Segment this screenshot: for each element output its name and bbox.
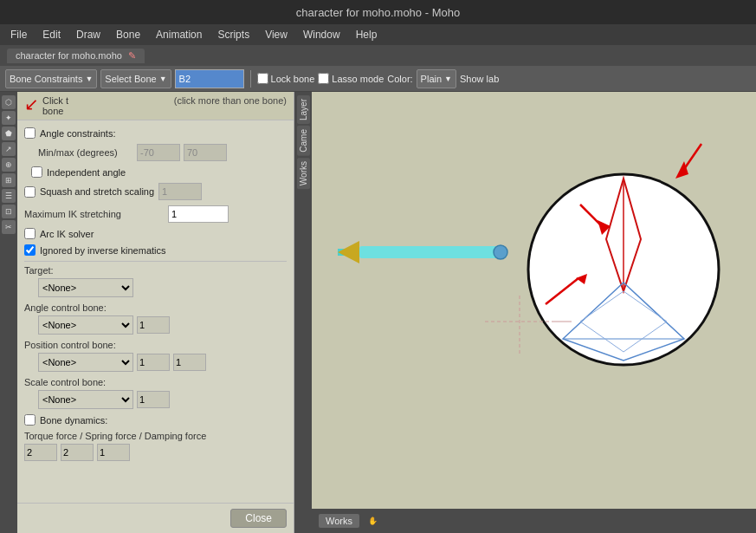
squash-value-input[interactable]: [158, 183, 202, 200]
independent-angle-row: Independent angle: [31, 166, 287, 178]
position-control-select[interactable]: <None>: [38, 353, 133, 372]
panel-content: Angle constraints: Min/max (degrees) Ind…: [17, 120, 294, 503]
bottom-status-bar: Works ✋: [312, 509, 756, 533]
scale-control-label: Scale control bone:: [24, 377, 287, 387]
menu-help[interactable]: Help: [349, 27, 384, 42]
main-area: ⬡ ✦ ⬟ ↗ ⊕ ⊞ ☰ ⊡ ✂ ↙ Click t bone (click …: [0, 92, 756, 533]
min-input[interactable]: [137, 144, 180, 161]
close-button[interactable]: Close: [230, 509, 287, 528]
layer-tab[interactable]: Layer: [297, 95, 310, 124]
click-line2: bone: [42, 106, 63, 116]
tool-icon-2[interactable]: ✦: [2, 111, 16, 125]
max-input[interactable]: [184, 144, 227, 161]
title-bar: character for moho.moho - Moho: [0, 0, 756, 24]
menu-bone[interactable]: Bone: [109, 27, 147, 42]
minmax-row: Min/max (degrees): [38, 144, 287, 161]
damping-input[interactable]: [97, 444, 130, 461]
menu-bar: File Edit Draw Bone Animation Scripts Vi…: [0, 24, 756, 45]
bone-dynamics-checkbox[interactable]: [24, 414, 36, 426]
tool-icon-7[interactable]: ☰: [2, 189, 16, 203]
tool-icon-8[interactable]: ⊡: [2, 205, 16, 218]
torque-label: Torque force / Spring force / Damping fo…: [24, 431, 287, 441]
color-arrow-icon: ▼: [444, 75, 452, 83]
angle-constraints-label: Angle constraints:: [40, 128, 115, 139]
angle-control-select-row: <None>: [38, 315, 287, 335]
ignored-ik-checkbox[interactable]: [24, 244, 36, 256]
bone-body: [359, 246, 498, 258]
lasso-mode-label: Lasso mode: [318, 73, 384, 84]
bone-dynamics-label: Bone dynamics:: [40, 415, 107, 426]
arc-ik-checkbox[interactable]: [24, 228, 36, 239]
bone-dynamics-row: Bone dynamics:: [24, 414, 287, 426]
angle-control-num[interactable]: [137, 316, 170, 334]
scale-control-num[interactable]: [137, 391, 170, 408]
click-line1: Click t: [42, 95, 68, 106]
tab-character[interactable]: character for moho.moho ✎: [7, 49, 145, 63]
click-bone-hint: (click more than one bone): [174, 95, 287, 106]
panel: ↙ Click t bone (click more than one bone…: [17, 92, 294, 533]
angle-control-label: Angle control bone:: [24, 302, 287, 313]
menu-edit[interactable]: Edit: [36, 27, 68, 42]
squash-stretch-checkbox[interactable]: [24, 186, 36, 198]
arc-ik-label: Arc IK solver: [40, 229, 94, 239]
click-message-area: ↙ Click t bone (click more than one bone…: [17, 92, 294, 120]
tool-icon-5[interactable]: ⊕: [2, 158, 16, 172]
menu-view[interactable]: View: [258, 27, 294, 42]
scale-control-select[interactable]: <None>: [38, 390, 133, 409]
works-tab[interactable]: Works: [297, 158, 310, 189]
position-control-label: Position control bone:: [24, 340, 287, 350]
left-icon-strip: ⬡ ✦ ⬟ ↗ ⊕ ⊞ ☰ ⊡ ✂: [0, 92, 17, 533]
bone-constraints-dropdown[interactable]: Bone Constraints ▼: [5, 69, 97, 88]
bone-name-input[interactable]: [175, 69, 244, 88]
menu-animation[interactable]: Animation: [149, 27, 209, 42]
canvas-area: Works ✋: [312, 92, 756, 533]
arrow-down-icon: ↙: [24, 95, 39, 113]
target-select-row: <None>: [38, 278, 287, 297]
side-tabs: Layer Came Works: [294, 92, 312, 533]
spring-input[interactable]: [61, 444, 94, 461]
squash-stretch-label: Squash and stretch scaling: [40, 186, 154, 197]
dropdown-arrow-icon: ▼: [85, 75, 93, 83]
menu-draw[interactable]: Draw: [69, 27, 107, 42]
works-status-tab[interactable]: Works: [319, 514, 359, 528]
position-control-num2[interactable]: [173, 354, 206, 371]
canvas-svg: [312, 92, 756, 533]
target-select[interactable]: <None>: [38, 278, 133, 297]
lasso-mode-checkbox[interactable]: [318, 73, 329, 84]
position-control-num1[interactable]: [137, 354, 170, 371]
bone-right-end: [494, 245, 507, 259]
panel-footer: Close: [17, 503, 294, 533]
ik-stretch-input[interactable]: [168, 205, 229, 223]
title-text: character for moho.moho - Moho: [296, 6, 460, 19]
hand-tool-icon[interactable]: ✋: [366, 514, 380, 528]
tool-icon-1[interactable]: ⬡: [2, 95, 16, 109]
bone-left-tip: [338, 241, 359, 263]
torque-row: [24, 444, 287, 461]
angle-constraints-checkbox[interactable]: [24, 127, 36, 139]
angle-control-select[interactable]: <None>: [38, 315, 133, 335]
menu-file[interactable]: File: [3, 27, 34, 42]
camera-tab[interactable]: Came: [297, 126, 310, 156]
color-dropdown[interactable]: Plain ▼: [417, 69, 456, 88]
arc-ik-row: Arc IK solver: [24, 228, 287, 239]
max-ik-row: Maximum IK stretching: [24, 205, 287, 223]
independent-angle-checkbox[interactable]: [31, 166, 42, 178]
torque-input[interactable]: [24, 444, 57, 461]
tab-bar: character for moho.moho ✎: [0, 45, 756, 66]
position-control-select-row: <None>: [38, 353, 287, 372]
tool-icon-6[interactable]: ⊞: [2, 173, 16, 187]
select-bone-arrow-icon: ▼: [159, 75, 167, 83]
angle-constraints-row: Angle constraints:: [24, 127, 287, 139]
independent-angle-label: Independent angle: [47, 167, 126, 178]
squash-stretch-row: Squash and stretch scaling: [24, 183, 287, 200]
max-ik-label: Maximum IK stretching: [24, 209, 163, 219]
menu-scripts[interactable]: Scripts: [210, 27, 256, 42]
select-bone-dropdown[interactable]: Select Bone ▼: [100, 69, 171, 88]
red-arrow-line-1: [682, 144, 701, 172]
tool-icon-4[interactable]: ↗: [2, 142, 16, 156]
tool-icon-3[interactable]: ⬟: [2, 127, 16, 140]
lock-bone-checkbox[interactable]: [257, 73, 268, 84]
tool-icon-9[interactable]: ✂: [2, 220, 16, 234]
menu-window[interactable]: Window: [296, 27, 347, 42]
ignored-ik-row: Ignored by inverse kinematics: [24, 244, 287, 256]
